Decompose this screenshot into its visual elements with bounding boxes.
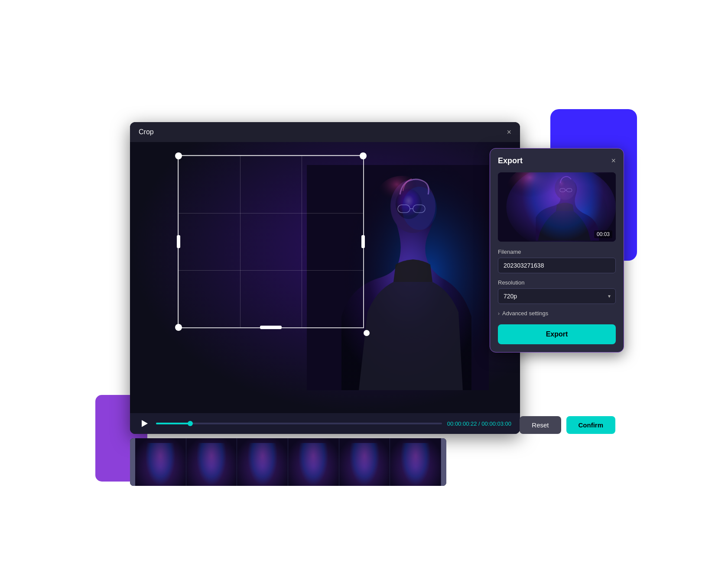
svg-rect-16 (560, 188, 566, 192)
time-display: 00:00:00:22 / 00:00:03:00 (447, 420, 511, 427)
chevron-right-icon: › (498, 310, 500, 317)
svg-rect-17 (566, 188, 572, 192)
export-panel-title: Export (498, 156, 523, 165)
crop-window-title: Crop (139, 128, 154, 136)
timeline-frame-6 (390, 438, 441, 486)
timeline-frames (135, 438, 441, 486)
confirm-button[interactable]: Confirm (566, 416, 616, 434)
timeline-frame-5 (339, 438, 390, 486)
timeline-frame-1 (135, 438, 186, 486)
filename-label: Filename (498, 249, 616, 255)
crop-drag-dot[interactable] (364, 330, 370, 336)
crop-handle-top-right[interactable] (360, 152, 367, 159)
export-button[interactable]: Export (498, 324, 616, 344)
progress-thumb[interactable] (188, 421, 193, 426)
timeline-frame-2 (186, 438, 237, 486)
play-button[interactable] (139, 417, 151, 430)
export-header: Export × (498, 156, 616, 165)
crop-close-button[interactable]: × (507, 128, 511, 136)
timeline-handle-right[interactable] (441, 438, 446, 486)
svg-point-15 (557, 180, 569, 194)
play-icon (142, 420, 148, 427)
progress-fill (156, 423, 190, 424)
export-panel: Export × (490, 148, 624, 352)
export-thumbnail: 00:03 (498, 172, 616, 242)
timeline-frame-3 (237, 438, 288, 486)
reset-button[interactable]: Reset (520, 416, 561, 434)
bottom-actions: Reset Confirm (520, 416, 615, 434)
crop-titlebar: Crop × (130, 122, 520, 142)
advanced-settings-label: Advanced settings (502, 310, 548, 317)
resolution-label: Resolution (498, 279, 616, 286)
crop-window: Crop × (130, 122, 520, 434)
crop-overlay[interactable] (178, 155, 364, 328)
crop-handle-right-edge[interactable] (361, 235, 365, 248)
filename-input[interactable] (498, 258, 616, 273)
progress-track[interactable] (156, 423, 442, 424)
svg-point-14 (555, 176, 576, 200)
export-close-button[interactable]: × (611, 156, 616, 165)
timeline-handle-left[interactable] (130, 438, 135, 486)
crop-handle-top-left[interactable] (175, 152, 182, 159)
advanced-settings-toggle[interactable]: › Advanced settings (498, 310, 616, 317)
resolution-select-wrapper: 720p 1080p 480p 360p ▾ (498, 288, 616, 304)
timeline-strip (130, 438, 446, 486)
playback-bar: 00:00:00:22 / 00:00:03:00 (130, 413, 520, 434)
video-area (130, 142, 520, 413)
crop-handle-left-edge[interactable] (177, 235, 180, 248)
crop-handle-bottom-left[interactable] (175, 324, 182, 331)
timeline-frame-4 (288, 438, 339, 486)
svg-point-9 (402, 187, 437, 230)
thumbnail-timestamp: 00:03 (594, 230, 612, 238)
crop-handle-bottom-edge[interactable] (260, 326, 282, 329)
resolution-select[interactable]: 720p 1080p 480p 360p (498, 288, 616, 304)
